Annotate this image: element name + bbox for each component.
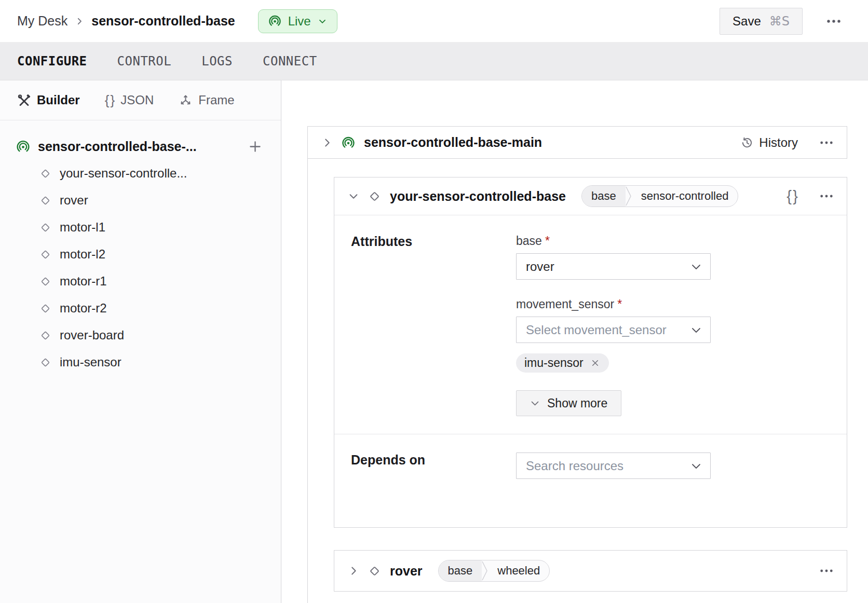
chevron-right-icon [321, 137, 333, 148]
tree-item-imu-sensor[interactable]: imu-sensor [0, 349, 281, 376]
movement-sensor-select[interactable]: Select movement_sensor [516, 317, 711, 343]
tab-configure[interactable]: CONFIGURE [17, 54, 87, 68]
component-diamond-icon [368, 189, 382, 203]
ellipsis-icon [820, 194, 833, 198]
field-movement-sensor: movement_sensor* Select movement_sensor … [516, 297, 711, 373]
topbar-actions: Save ⌘S [720, 8, 841, 35]
component-diamond-icon [39, 221, 52, 234]
chevron-down-icon [348, 190, 359, 202]
ellipsis-icon [826, 19, 841, 23]
part-expand-button[interactable] [321, 137, 333, 148]
attributes-section: Attributes base* rover movement_sensor* … [334, 215, 847, 434]
save-button[interactable]: Save ⌘S [720, 8, 803, 35]
machine-broadcast-icon [341, 135, 356, 150]
save-shortcut: ⌘S [769, 14, 790, 29]
machine-tabbar: CONFIGURE CONTROL LOGS CONNECT [0, 42, 868, 80]
tree-item-motor-l1[interactable]: motor-l1 [0, 214, 281, 241]
braces-icon: { } [786, 188, 798, 205]
depends-on-select[interactable]: Search resources [516, 453, 711, 479]
remove-chip-button[interactable] [590, 358, 601, 368]
component-diamond-icon [39, 248, 52, 261]
history-icon [740, 136, 754, 149]
breadcrumb: My Desk sensor-controlled-base [17, 13, 235, 29]
chevron-down-icon [317, 16, 328, 26]
add-resource-button[interactable] [247, 139, 263, 155]
part-connector-rail [307, 159, 308, 603]
badge-separator [482, 560, 488, 582]
component-diamond-icon [39, 302, 52, 315]
view-tab-builder[interactable]: Builder [17, 93, 80, 107]
tree-item-rover[interactable]: rover [0, 187, 281, 214]
resource-type-badge: base wheeled [438, 560, 550, 582]
machine-name: sensor-controlled-base [91, 13, 235, 29]
view-tab-json[interactable]: { } JSON [105, 92, 154, 108]
chevron-right-icon [348, 565, 359, 577]
expand-button[interactable] [348, 565, 359, 577]
component-diamond-icon [368, 564, 382, 578]
required-asterisk: * [617, 297, 622, 311]
tree-item-motor-r2[interactable]: motor-r2 [0, 295, 281, 322]
tab-logs[interactable]: LOGS [201, 54, 233, 68]
configure-sidebar: Builder { } JSON Frame [0, 80, 281, 603]
more-menu-button[interactable] [826, 19, 841, 23]
braces-icon: { } [105, 92, 115, 108]
show-more-button[interactable]: Show more [516, 390, 621, 416]
view-tab-frame[interactable]: Frame [179, 93, 234, 107]
chevron-down-icon [690, 462, 702, 470]
resource-card-header: your-sensor-controlled-base base sensor-… [334, 177, 847, 215]
tree-item-your-sensor-controlled-base[interactable]: your-sensor-controlle... [0, 160, 281, 187]
tree-item-rover-board[interactable]: rover-board [0, 322, 281, 349]
component-diamond-icon [39, 329, 52, 342]
breadcrumb-parent-link[interactable]: My Desk [17, 13, 67, 29]
base-select[interactable]: rover [516, 253, 711, 280]
tree-item-motor-r1[interactable]: motor-r1 [0, 268, 281, 295]
part-card: sensor-controlled-base-main History [307, 126, 847, 159]
edit-json-button[interactable]: { } [786, 188, 798, 205]
tree-root-machine-part[interactable]: sensor-controlled-base-... [0, 133, 281, 160]
chevron-right-icon [75, 17, 84, 26]
imu-sensor-chip: imu-sensor [516, 353, 609, 373]
live-label: Live [288, 14, 311, 29]
required-asterisk: * [545, 234, 550, 248]
configure-main: sensor-controlled-base-main History [281, 80, 868, 603]
component-diamond-icon [39, 275, 52, 288]
chevron-down-icon [690, 326, 702, 334]
resource-menu-button[interactable] [820, 194, 833, 198]
depends-on-heading: Depends on [351, 453, 516, 479]
plus-icon [247, 139, 263, 155]
resource-tree: sensor-controlled-base-... your-sensor-c… [0, 120, 281, 376]
machine-broadcast-icon [16, 139, 31, 154]
component-diamond-icon [39, 167, 52, 180]
ellipsis-icon [820, 569, 833, 573]
resource-title: your-sensor-controlled-base [390, 189, 566, 204]
chevron-down-icon [530, 400, 540, 406]
resource-type-badge: base sensor-controlled [581, 185, 738, 207]
resource-title: rover [390, 564, 423, 579]
ellipsis-icon [820, 141, 833, 145]
close-icon [590, 358, 601, 368]
resource-menu-button[interactable] [820, 569, 833, 573]
attributes-heading: Attributes [351, 234, 516, 416]
frame-axes-icon [179, 93, 193, 107]
depends-on-section: Depends on Search resources [334, 434, 847, 527]
history-button[interactable]: History [740, 135, 798, 150]
tab-connect[interactable]: CONNECT [263, 54, 317, 68]
tree-item-motor-l2[interactable]: motor-l2 [0, 241, 281, 268]
sidebar-view-tabs: Builder { } JSON Frame [0, 80, 281, 120]
badge-separator [626, 185, 632, 207]
topbar: My Desk sensor-controlled-base Live Save… [0, 0, 868, 42]
chevron-down-icon [690, 263, 702, 270]
component-diamond-icon [39, 356, 52, 369]
live-status-dropdown[interactable]: Live [258, 9, 337, 33]
resource-card-your-sensor-controlled-base: your-sensor-controlled-base base sensor-… [334, 177, 847, 528]
broadcast-icon [268, 14, 282, 28]
part-title: sensor-controlled-base-main [364, 135, 542, 150]
resource-card-rover: rover base wheeled [334, 550, 847, 592]
field-base: base* rover [516, 234, 711, 280]
part-menu-button[interactable] [820, 141, 833, 145]
tab-control[interactable]: CONTROL [117, 54, 172, 68]
tools-icon [17, 93, 31, 107]
component-diamond-icon [39, 194, 52, 207]
collapse-button[interactable] [348, 190, 359, 202]
